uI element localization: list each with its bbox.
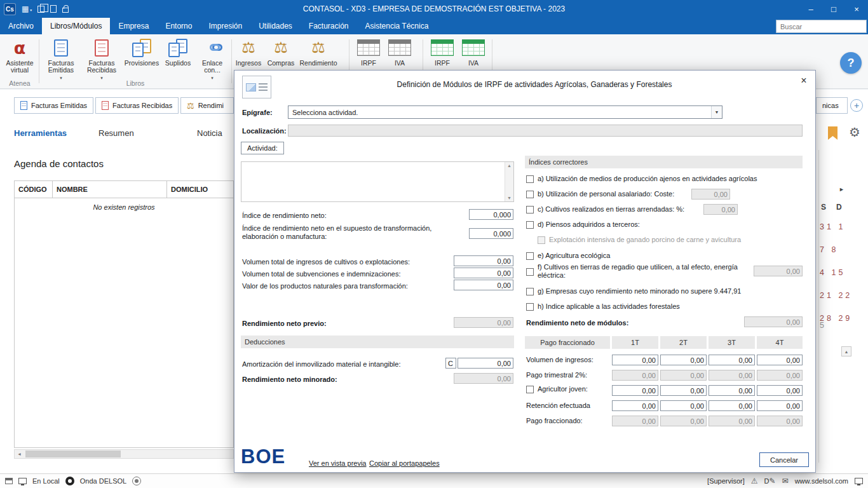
new-document-icon[interactable] [50, 5, 57, 13]
menu-libros-modulos[interactable]: Libros/Módulos [42, 18, 110, 34]
agricultor-joven-checkbox[interactable]: Agricultor joven: [526, 385, 588, 393]
help-button[interactable]: ? [840, 52, 862, 74]
checkbox-icon[interactable] [526, 221, 534, 229]
add-view-button[interactable]: + [850, 99, 863, 112]
view-button-facturas-emitidas[interactable]: Facturas Emitidas [14, 97, 93, 114]
actividad-textarea[interactable]: ▲ ▼ [241, 161, 514, 202]
search-input[interactable] [776, 20, 867, 33]
warning-icon[interactable]: ⚠ [751, 477, 758, 485]
ribbon-asistente-virtual[interactable]: α Asistente virtual [1, 34, 38, 74]
chevron-down-icon[interactable]: ▼ [711, 106, 722, 118]
column-header-nombre[interactable]: NOMBRE [53, 181, 167, 198]
pago-field[interactable]: 0,00 [612, 400, 658, 411]
menu-archivo[interactable]: Archivo [0, 18, 42, 34]
menu-entorno[interactable]: Entorno [157, 18, 200, 34]
tab-herramientas[interactable]: Herramientas [14, 128, 67, 138]
view-button-rendimiento[interactable]: ⚖ Rendimi [180, 97, 234, 114]
scroll-down-icon[interactable]: ▼ [507, 196, 512, 200]
valor-productos-field[interactable]: 0,00 [454, 280, 513, 290]
pago-field[interactable]: 0,00 [612, 355, 658, 365]
menu-utilidades[interactable]: Utilidades [250, 18, 301, 34]
vol-ingresos-field[interactable]: 0,00 [454, 255, 513, 266]
checkbox-icon[interactable] [526, 303, 534, 311]
copy-icon[interactable] [37, 6, 44, 13]
ribbon-iva-gray[interactable]: IVA [385, 34, 414, 67]
dialog-close-icon[interactable]: × [797, 74, 810, 87]
calendar-row[interactable]: 5 [820, 321, 860, 330]
checkbox-item-c[interactable]: c) Cultivos realizados en tierras arrend… [526, 205, 684, 214]
ribbon-facturas-emitidas[interactable]: Facturas Emitidas ▾ [41, 34, 81, 81]
checkbox-icon[interactable] [526, 206, 534, 214]
column-header-codigo[interactable]: CÓDIGO [15, 181, 53, 198]
pago-field[interactable]: 0,00 [612, 385, 658, 396]
mail-icon[interactable]: ✉ [782, 477, 789, 485]
ribbon-irpf-gray[interactable]: IRPF [352, 34, 385, 67]
menu-facturacion[interactable]: Facturación [301, 18, 357, 34]
d-indicator[interactable]: D✎ [764, 477, 776, 485]
gear-icon[interactable]: ⚙ [849, 126, 860, 139]
ribbon-iva-green[interactable]: IVA [459, 34, 488, 67]
indice-transf-field[interactable]: 0,000 [469, 228, 513, 239]
checkbox-icon[interactable] [526, 252, 534, 260]
menu-empresa[interactable]: Empresa [110, 18, 157, 34]
ribbon-rendimiento[interactable]: ⚖ Rendimiento [297, 34, 339, 67]
ribbon-facturas-recibidas[interactable]: Facturas Recibidas ▾ [81, 34, 122, 81]
scroll-left-icon[interactable]: ◄ [15, 450, 24, 458]
tab-resumen[interactable]: Resumen [98, 128, 134, 138]
window-mode-icon[interactable] [5, 478, 13, 484]
view-button-partial[interactable]: nicas [816, 97, 848, 114]
onda-delsol-label[interactable]: Onda DELSOL [80, 477, 126, 485]
checkbox-icon[interactable] [526, 191, 534, 198]
amortizacion-tipo-field[interactable]: C [445, 358, 456, 369]
close-button[interactable]: × [845, 0, 868, 18]
pago-field[interactable]: 0,00 [757, 400, 803, 411]
copy-clipboard-link[interactable]: Copiar al portapapeles [369, 459, 440, 467]
pago-field[interactable]: 0,00 [660, 355, 707, 365]
app-logo[interactable]: Cs [4, 3, 16, 15]
calendar-row[interactable]: 4 15 [820, 268, 860, 277]
pago-field[interactable]: 0,00 [660, 385, 707, 396]
epigrafe-select[interactable]: Selecciona actividad. ▼ [288, 105, 722, 119]
pago-field[interactable]: 0,00 [660, 400, 707, 411]
pago-field[interactable]: 0,00 [709, 400, 755, 411]
ribbon-enlace-con[interactable]: Enlace con... ▾ [194, 34, 230, 81]
vol-subvenciones-field[interactable]: 0,00 [454, 268, 513, 278]
menu-impresion[interactable]: Impresión [200, 18, 250, 34]
menu-asistencia-tecnica[interactable]: Asistencia Técnica [357, 18, 437, 34]
checkbox-item-h[interactable]: h) Indice aplicable a las actividades fo… [526, 302, 680, 311]
scrollbar-thumb[interactable] [25, 451, 121, 458]
amortizacion-field[interactable]: 0,00 [458, 358, 513, 369]
pago-field[interactable]: 0,00 [709, 355, 755, 365]
ribbon-suplidos[interactable]: Suplidos [161, 34, 194, 67]
view-button-facturas-recibidas[interactable]: Facturas Recibidas [95, 97, 179, 114]
ribbon-irpf-green[interactable]: IRPF [426, 34, 459, 67]
checkbox-item-e[interactable]: e) Agricultura ecológica [526, 252, 610, 260]
calendar-row[interactable]: 7 8 [820, 245, 860, 254]
checkbox-icon[interactable] [526, 386, 534, 393]
pago-field[interactable]: 0,00 [709, 385, 755, 396]
camera-icon[interactable] [132, 477, 141, 485]
checkbox-icon[interactable] [526, 288, 534, 295]
actividad-button[interactable]: Actividad: [241, 142, 284, 154]
checkbox-item-a[interactable]: a) Utilización de medios de producción a… [526, 175, 757, 183]
onda-delsol-icon[interactable] [65, 477, 74, 485]
indice-neto-field[interactable]: 0,000 [469, 209, 513, 220]
maximize-button[interactable]: □ [822, 0, 845, 18]
checkbox-item-b[interactable]: b) Utilización de personal asalariado: C… [526, 190, 674, 198]
tab-noticias[interactable]: Noticia [197, 128, 222, 138]
minimize-button[interactable]: – [799, 0, 822, 18]
pago-field[interactable]: 0,00 [757, 385, 803, 396]
checkbox-item-g[interactable]: g) Empresas cuyo rendimiento neto minora… [526, 287, 741, 295]
preview-link[interactable]: Ver en vista previa [309, 459, 367, 467]
cancel-button[interactable]: Cancelar [759, 452, 809, 467]
checkbox-icon[interactable] [526, 175, 534, 183]
calendar-row[interactable]: 21 22 [820, 291, 860, 300]
scroll-up-icon[interactable]: ▲ [841, 346, 851, 356]
scroll-up-icon[interactable]: ▲ [507, 163, 512, 168]
column-header-domicilio[interactable]: DOMICILIO [167, 181, 233, 198]
website-link[interactable]: www.sdelsol.com [795, 477, 848, 485]
ribbon-ingresos[interactable]: ⚖ Ingresos [233, 34, 264, 67]
calendar-row[interactable]: 31 1 [820, 222, 860, 231]
pago-field[interactable]: 0,00 [757, 355, 803, 365]
checkbox-icon[interactable] [526, 268, 534, 276]
